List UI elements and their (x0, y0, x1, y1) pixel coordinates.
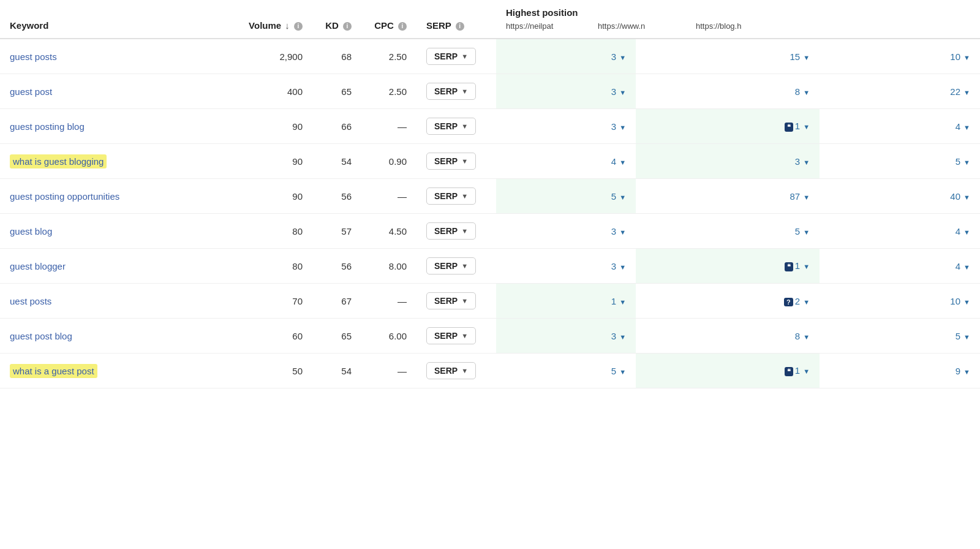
table-row: what is a guest post5054—SERP▼5 ▼❝1 ▼9 ▼ (0, 354, 980, 388)
down-arrow-icon: ▼ (962, 89, 970, 96)
keyword-link[interactable]: what is guest blogging (10, 154, 107, 168)
down-arrow-icon: ▼ (962, 298, 970, 306)
table-row: uest posts7067—SERP▼1 ▼?2 ▼10 ▼ (0, 284, 980, 319)
cpc-cell: 4.50 (361, 214, 417, 249)
table-row: what is guest blogging90540.90SERP▼4 ▼3 … (0, 144, 980, 179)
keyword-cell: what is a guest post (0, 354, 233, 388)
serp-button[interactable]: SERP▼ (426, 327, 476, 344)
down-arrow-icon: ▼ (962, 54, 970, 61)
kd-cell: 67 (312, 284, 361, 319)
cpc-info-icon[interactable]: i (398, 22, 407, 31)
serp-button[interactable]: SERP▼ (426, 362, 476, 379)
keyword-link[interactable]: guest post (10, 86, 52, 97)
down-arrow-icon: ▼ (801, 54, 810, 61)
kd-info-icon[interactable]: i (343, 22, 352, 31)
keyword-cell: guest post blog (0, 319, 233, 354)
kd-cell: 66 (312, 109, 361, 144)
table-row: guest post400652.50SERP▼3 ▼8 ▼22 ▼ (0, 74, 980, 109)
serp-button[interactable]: SERP▼ (426, 83, 476, 100)
serp-button[interactable]: SERP▼ (426, 257, 476, 274)
table-row: guest blogger80568.00SERP▼3 ▼❝1 ▼4 ▼ (0, 249, 980, 284)
serp-button[interactable]: SERP▼ (426, 118, 476, 135)
down-arrow-icon: ▼ (617, 333, 626, 341)
volume-cell: 60 (233, 319, 312, 354)
down-arrow-icon: ▼ (617, 229, 626, 236)
position3-cell: 9 ▼ (820, 354, 980, 388)
volume-cell: 400 (233, 74, 312, 109)
keyword-link[interactable]: what is a guest post (10, 364, 97, 378)
dropdown-arrow-icon: ▼ (461, 88, 468, 95)
cpc-cell: — (361, 284, 417, 319)
table-row: guest post blog60656.00SERP▼3 ▼8 ▼5 ▼ (0, 319, 980, 354)
down-arrow-icon: ▼ (801, 194, 810, 201)
down-arrow-icon: ▼ (801, 333, 810, 341)
down-arrow-icon: ▼ (617, 54, 626, 61)
header-volume[interactable]: Volume ↓ i (233, 0, 312, 39)
keyword-cell: guest blogger (0, 249, 233, 284)
keyword-link[interactable]: uest posts (10, 296, 51, 306)
position1-cell: 3 ▼ (496, 214, 636, 249)
serp-button[interactable]: SERP▼ (426, 48, 476, 65)
question-icon: ? (784, 298, 793, 306)
serp-button[interactable]: SERP▼ (426, 292, 476, 309)
serp-button[interactable]: SERP▼ (426, 187, 476, 205)
keyword-link[interactable]: guest blogger (10, 261, 66, 271)
serp-info-icon[interactable]: i (456, 22, 464, 31)
keyword-link[interactable]: guest posting blog (10, 121, 85, 132)
cpc-cell: 2.50 (361, 74, 417, 109)
serp-cell: SERP▼ (417, 249, 496, 284)
position3-cell: 22 ▼ (820, 74, 980, 109)
down-arrow-icon: ▼ (962, 124, 970, 131)
position1-cell: 3 ▼ (496, 319, 636, 354)
position2-cell: 3 ▼ (636, 144, 820, 179)
position1-cell: 3 ▼ (496, 74, 636, 109)
dropdown-arrow-icon: ▼ (461, 123, 468, 130)
volume-cell: 50 (233, 354, 312, 388)
position2-cell: ❝1 ▼ (636, 249, 820, 284)
down-arrow-icon: ▼ (962, 368, 970, 376)
keyword-link[interactable]: guest blog (10, 226, 52, 237)
position2-cell: ?2 ▼ (636, 284, 820, 319)
keyword-link[interactable]: guest post blog (10, 331, 72, 341)
header-serp: SERP i (417, 0, 496, 39)
dropdown-arrow-icon: ▼ (461, 367, 468, 374)
keyword-cell: guest posting opportunities (0, 179, 233, 214)
volume-cell: 2,900 (233, 39, 312, 74)
keyword-cell: guest blog (0, 214, 233, 249)
down-arrow-icon: ▼ (617, 124, 626, 131)
down-arrow-icon: ▼ (962, 194, 970, 201)
position2-cell: 8 ▼ (636, 74, 820, 109)
keyword-table-container: Keyword Volume ↓ i KD i CPC i SERP i (0, 0, 980, 388)
down-arrow-icon: ▼ (801, 89, 810, 96)
serp-cell: SERP▼ (417, 39, 496, 74)
keyword-cell: guest posting blog (0, 109, 233, 144)
quote-icon: ❝ (785, 123, 793, 132)
position3-cell: 10 ▼ (820, 284, 980, 319)
position1-cell: 3 ▼ (496, 249, 636, 284)
position3-cell: 4 ▼ (820, 214, 980, 249)
serp-cell: SERP▼ (417, 179, 496, 214)
dropdown-arrow-icon: ▼ (461, 332, 468, 339)
keyword-link[interactable]: guest posts (10, 51, 57, 62)
dropdown-arrow-icon: ▼ (461, 157, 468, 165)
position3-cell: 5 ▼ (820, 319, 980, 354)
serp-cell: SERP▼ (417, 214, 496, 249)
volume-info-icon[interactable]: i (294, 22, 303, 31)
cpc-cell: — (361, 354, 417, 388)
serp-button[interactable]: SERP▼ (426, 222, 476, 240)
dropdown-arrow-icon: ▼ (461, 53, 468, 60)
position1-cell: 5 ▼ (496, 354, 636, 388)
volume-cell: 90 (233, 109, 312, 144)
dropdown-arrow-icon: ▼ (461, 227, 468, 235)
keyword-link[interactable]: guest posting opportunities (10, 191, 119, 202)
down-arrow-icon: ▼ (801, 263, 810, 270)
quote-icon: ❝ (785, 367, 793, 376)
down-arrow-icon: ▼ (962, 229, 970, 236)
down-arrow-icon: ▼ (801, 159, 810, 166)
down-arrow-icon: ▼ (617, 89, 626, 96)
dropdown-arrow-icon: ▼ (461, 192, 468, 200)
down-arrow-icon: ▼ (801, 368, 810, 375)
down-arrow-icon: ▼ (962, 159, 970, 166)
header-keyword: Keyword (0, 0, 233, 39)
serp-button[interactable]: SERP▼ (426, 153, 476, 170)
